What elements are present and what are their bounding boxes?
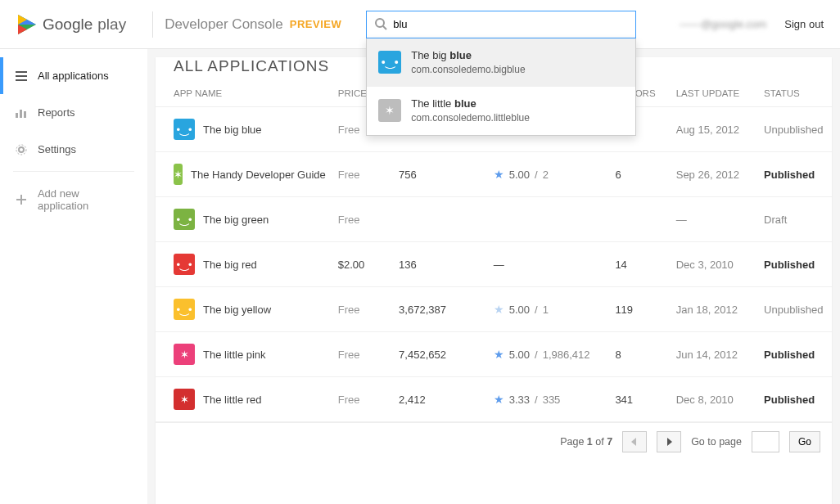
play-logo[interactable]: Google play — [16, 13, 126, 36]
sidebar-item-reports[interactable]: Reports — [0, 94, 147, 131]
col-status[interactable]: STATUS — [757, 75, 832, 107]
sidebar-item-settings[interactable]: Settings — [0, 131, 147, 168]
app-name: The big red — [203, 259, 257, 271]
preview-badge: PREVIEW — [290, 18, 341, 30]
installs: 7,452,652 — [392, 332, 487, 377]
last-update: Aug 15, 2012 — [670, 107, 757, 152]
col-app-name[interactable]: APP NAME — [156, 75, 332, 107]
chart-icon — [15, 108, 28, 118]
list-icon — [15, 71, 28, 81]
status: Unpublished — [757, 287, 832, 332]
gear-icon — [15, 144, 28, 155]
header-right: ——@google.com Sign out — [680, 18, 824, 30]
brand-text-2: play — [97, 16, 126, 34]
next-page-button[interactable] — [657, 431, 681, 452]
status: Published — [757, 377, 832, 422]
rating-value: 5.00 — [509, 349, 530, 361]
svg-marker-17 — [667, 438, 672, 446]
app-name: The big yellow — [203, 304, 271, 316]
sidebar-item-label: Settings — [38, 143, 76, 155]
table-row[interactable]: ✶The little pinkFree7,452,652★5.00 / 1,9… — [156, 332, 832, 377]
star-icon: ★ — [494, 303, 504, 316]
errors: 341 — [608, 377, 669, 422]
star-icon: ★ — [494, 168, 504, 181]
app-icon: ✶ — [174, 164, 183, 185]
sidebar-item-label: Add new application — [38, 187, 133, 212]
prev-page-button[interactable] — [622, 431, 647, 452]
divider — [13, 171, 134, 172]
last-update: Dec 8, 2010 — [670, 377, 757, 422]
rating-value: 5.00 — [509, 304, 530, 316]
rating — [487, 197, 609, 242]
header-divider — [152, 11, 153, 38]
sidebar-item-label: All applications — [38, 70, 109, 82]
sidebar-add-new-app[interactable]: Add new application — [0, 175, 147, 224]
rating-value: 3.33 — [509, 394, 530, 406]
table-row[interactable]: ✶The little redFree2,412★3.33 / 335341De… — [156, 377, 832, 422]
table-row[interactable]: •‿•The big greenFree—Draft — [156, 197, 832, 242]
rating-total: 1,986,412 — [543, 349, 590, 361]
search-result-bigblue[interactable]: •‿• The big blue com.consoledemo.bigblue — [367, 38, 635, 87]
app-icon: •‿• — [174, 299, 195, 320]
errors: 6 — [608, 152, 669, 197]
price: $2.00 — [332, 242, 392, 287]
app-cell: •‿•The big blue — [174, 119, 325, 140]
errors: 119 — [608, 287, 669, 332]
app-cell: •‿•The big green — [174, 209, 325, 230]
svg-point-13 — [16, 145, 26, 155]
table-row[interactable]: •‿•The big yellowFree3,672,387★5.00 / 11… — [156, 287, 832, 332]
signout-link[interactable]: Sign out — [784, 18, 824, 30]
rating-total: 2 — [543, 169, 549, 181]
last-update: Jun 14, 2012 — [670, 332, 757, 377]
last-update: Dec 3, 2010 — [670, 242, 757, 287]
svg-rect-10 — [20, 110, 22, 118]
sidebar-item-all-apps[interactable]: All applications — [0, 57, 147, 94]
svg-rect-9 — [16, 113, 18, 118]
app-name: The little pink — [203, 349, 266, 361]
last-update: Jan 18, 2012 — [670, 287, 757, 332]
installs — [392, 197, 487, 242]
sidebar-item-label: Reports — [38, 106, 75, 119]
search-result-text: The little blue com.consoledemo.littlebl… — [411, 97, 530, 125]
app-cell: ✶The Handy Developer Guide — [174, 164, 325, 185]
price: Free — [332, 197, 392, 242]
app-name: The big blue — [203, 124, 262, 136]
app-name: The little red — [203, 394, 262, 406]
go-button[interactable]: Go — [789, 431, 820, 452]
svg-line-5 — [383, 26, 386, 29]
status: Draft — [757, 197, 832, 242]
sidebar: All applications Reports Settings Add ne… — [0, 49, 147, 504]
star-icon: ★ — [494, 393, 504, 406]
status: Published — [757, 332, 832, 377]
brand-text-1: Google — [43, 16, 93, 34]
header: Google play Developer Console PREVIEW •‿… — [0, 0, 840, 49]
price: Free — [332, 152, 392, 197]
goto-page-input[interactable] — [752, 431, 779, 452]
user-email[interactable]: ——@google.com — [680, 18, 766, 30]
search-input[interactable] — [366, 11, 636, 38]
app-icon: •‿• — [174, 209, 195, 230]
app-name: The Handy Developer Guide — [191, 169, 326, 181]
installs: 3,672,387 — [392, 287, 487, 332]
table-row[interactable]: ✶The Handy Developer GuideFree756★5.00 /… — [156, 152, 832, 197]
svg-point-12 — [19, 147, 24, 152]
rating: ★5.00 / 2 — [487, 152, 609, 197]
rating-total: 1 — [543, 304, 549, 316]
table-row[interactable]: •‿•The big red$2.00136—14Dec 3, 2010Publ… — [156, 242, 832, 287]
search-container: •‿• The big blue com.consoledemo.bigblue… — [366, 11, 636, 38]
search-result-littleblue[interactable]: ✶ The little blue com.consoledemo.little… — [367, 87, 635, 135]
errors — [608, 197, 669, 242]
rating-total: 335 — [543, 394, 561, 406]
last-update: Sep 26, 2012 — [670, 152, 757, 197]
app-name: The big green — [203, 214, 269, 226]
search-dropdown: •‿• The big blue com.consoledemo.bigblue… — [366, 38, 636, 136]
app-icon: •‿• — [378, 51, 401, 74]
rating: — — [487, 242, 609, 287]
col-last-update[interactable]: LAST UPDATE — [670, 75, 757, 107]
chevron-left-icon — [631, 438, 638, 446]
star-icon: ★ — [494, 348, 504, 361]
rating: ★5.00 / 1,986,412 — [487, 332, 609, 377]
chevron-right-icon — [666, 438, 672, 446]
errors: 8 — [608, 332, 669, 377]
play-triangle-icon — [16, 13, 38, 36]
